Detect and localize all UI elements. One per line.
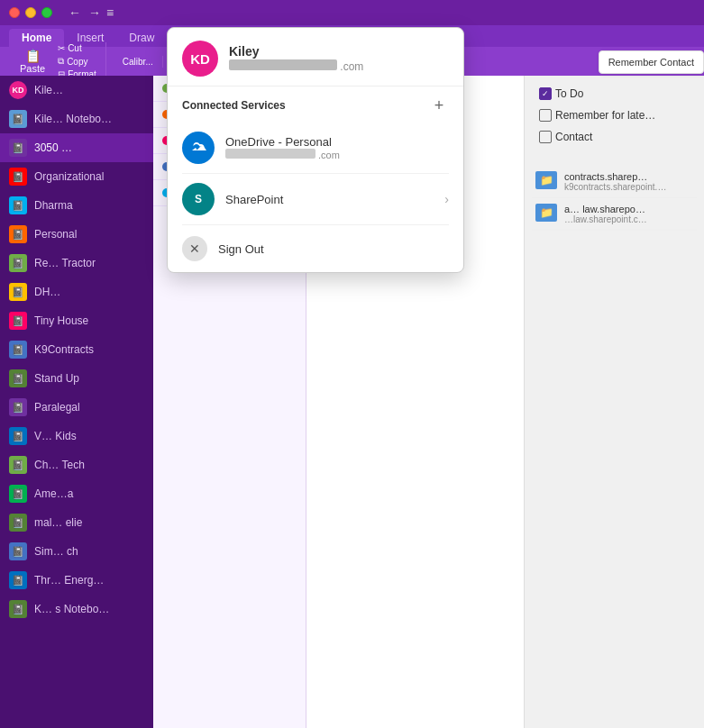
contact-heading-item[interactable]: Contact [532,126,697,148]
sidebar-item-7[interactable]: 📓 Tiny House [0,306,153,335]
sidebar-item-14[interactable]: 📓 mal… elie [0,508,153,537]
title-bar: ← → ≡ [0,0,704,25]
sidebar-label-14: mal… elie [34,516,144,529]
email-domain: .com [340,60,363,73]
sidebar-item-8[interactable]: 📓 K9Contracts [0,335,153,364]
sidebar-label-1: 3050 … [34,141,144,154]
copy-button[interactable]: ⧉ Copy [54,55,100,68]
onedrive-info: OneDrive - Personal .com [225,135,449,160]
contact-heading-label: Contact [555,131,592,143]
maximize-button[interactable] [41,7,52,18]
font-group: Calibr... [114,56,163,68]
sharepoint-service-item[interactable]: S SharePoint › [182,174,449,225]
sidebar-label-7: Tiny House [34,314,144,327]
sidebar-label-8: K9Contracts [34,343,144,356]
sidebar-item-10[interactable]: 📓 Paralegal [0,393,153,422]
file-item-1[interactable]: 📁 a… law.sharepo… …law.sharepoint.c… [532,198,697,231]
sidebar-item-2[interactable]: 📓 Organizational [0,162,153,191]
sidebar-item-6[interactable]: 📓 DH… [0,278,153,306]
add-service-button[interactable]: + [429,96,449,115]
paste-button[interactable]: 📋 Paste [14,48,50,76]
sidebar-item-9[interactable]: 📓 Stand Up [0,364,153,393]
onedrive-name: OneDrive - Personal [225,135,449,149]
sidebar-label-12: Ch… Tech [34,459,144,471]
sidebar-item-15[interactable]: 📓 Sim… ch [0,537,153,566]
close-button[interactable] [9,7,20,18]
font-label: Calibr... [123,57,153,67]
remember-contact-label: Remember Contact [608,57,694,68]
back-button[interactable]: ← [67,5,83,20]
file-item-0[interactable]: 📁 contracts.sharep… k9contracts.sharepoi… [532,166,697,198]
sidebar-item-1[interactable]: 📓 3050 … [0,133,153,162]
notebook-icon-5: 📓 [9,254,27,272]
sidebar-user-label: Kile… [34,84,144,96]
sharepoint-info: SharePoint [225,193,434,206]
user-name: Kiley [229,44,449,59]
tab-draw[interactable]: Draw [116,29,167,47]
sidebar-item-13[interactable]: 📓 Ame…a [0,479,153,508]
sidebar-label-5: Re… Tractor [34,257,144,269]
sidebar-item-11[interactable]: 📓 V… Kids [0,422,153,450]
sign-out-label: Sign Out [218,242,264,256]
notebook-icon-10: 📓 [9,398,27,416]
notebook-icon-17: 📓 [9,600,27,618]
minimize-button[interactable] [25,7,36,18]
sharepoint-logo: S [182,183,215,215]
todo-heading-item[interactable]: ✓ To Do [532,83,697,105]
notebook-icon-13: 📓 [9,485,27,503]
file-name-1: a… law.sharepo… [564,204,693,214]
cut-label: Cut [68,43,82,53]
sidebar-item-user[interactable]: KD Kile… [0,76,153,105]
sharepoint-chevron-icon: › [444,192,449,206]
sidebar-item-17[interactable]: 📓 K… s Notebo… [0,595,153,623]
sidebar-label-2: Organizational [34,170,144,183]
right-panel: ✓ To Do Remember for late… Contact 📁 con… [524,76,704,728]
cut-copy-format-group: ✂ Cut ⧉ Copy ⊟ Format [54,42,100,80]
onedrive-email-domain: .com [318,150,340,160]
onedrive-service-item[interactable]: OneDrive - Personal .com [182,123,449,174]
onedrive-email: .com [225,149,449,160]
hamburger-button[interactable]: ≡ [106,5,114,20]
cut-button[interactable]: ✂ Cut [54,42,100,54]
cut-icon: ✂ [58,43,65,53]
folder-icon-1: 📁 [535,204,557,222]
font-selector[interactable]: Calibr... [119,56,157,68]
notebook-icon-2: 📓 [9,168,27,186]
sidebar-label-16: Thr… Energ… [34,574,144,587]
sidebar-label-6: DH… [34,286,144,298]
remember-heading-item[interactable]: Remember for late… [532,105,697,126]
remember-heading-label: Remember for late… [555,109,655,122]
sidebar-item-5[interactable]: 📓 Re… Tractor [0,249,153,278]
avatar: KD [9,81,27,99]
todo-checkbox-icon: ✓ [539,87,552,100]
notebook-icon-3: 📓 [9,196,27,214]
sign-out-item[interactable]: ✕ Sign Out [168,225,463,272]
file-name-0: contracts.sharep… [564,171,693,182]
notebook-icon-0: 📓 [9,110,27,128]
sidebar-label-13: Ame…a [34,487,144,500]
remember-checkbox-icon [539,109,552,122]
notebook-icon-9: 📓 [9,369,27,387]
sidebar-item-16[interactable]: 📓 Thr… Energ… [0,566,153,595]
sidebar-label-3: Dharma [34,199,144,212]
sidebar-item-12[interactable]: 📓 Ch… Tech [0,450,153,479]
sidebar-item-0[interactable]: 📓 Kile… Notebo… [0,105,153,133]
notebook-icon-12: 📓 [9,456,27,474]
notebook-icon-11: 📓 [9,427,27,445]
onedrive-logo [182,132,215,164]
sidebar-label-15: Sim… ch [34,545,144,558]
forward-button[interactable]: → [87,5,103,20]
sidebar: KD Kile… 📓 Kile… Notebo… 📓 3050 … 📓 Orga… [0,76,153,728]
notebook-icon-8: 📓 [9,341,27,359]
sidebar-label-11: V… Kids [34,430,144,442]
sharepoint-name: SharePoint [225,193,434,206]
connected-header: Connected Services + [182,96,449,115]
sidebar-item-3[interactable]: 📓 Dharma [0,191,153,220]
file-path-0: k9contracts.sharepoint.… [564,182,693,192]
svg-text:S: S [195,193,202,205]
notebook-icon-4: 📓 [9,225,27,243]
nav-buttons: ← → ≡ [67,5,114,20]
sidebar-item-4[interactable]: 📓 Personal [0,220,153,249]
sidebar-label-0: Kile… Notebo… [34,113,144,125]
sidebar-label-17: K… s Notebo… [34,603,144,615]
